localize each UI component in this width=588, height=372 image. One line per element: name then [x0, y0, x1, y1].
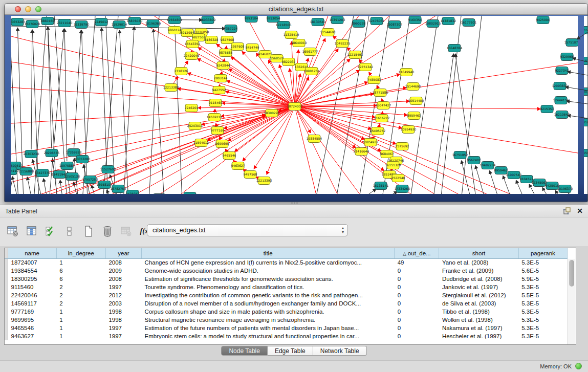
- graph-node[interactable]: [216, 140, 228, 148]
- graph-node[interactable]: [407, 83, 419, 91]
- graph-node[interactable]: [209, 99, 222, 107]
- column-header-in_degree[interactable]: in_degree: [56, 248, 105, 258]
- graph-node[interactable]: [308, 135, 320, 143]
- graph-node[interactable]: [554, 82, 566, 90]
- graph-node[interactable]: [408, 112, 420, 120]
- graph-node[interactable]: [53, 171, 66, 179]
- graph-node[interactable]: [537, 16, 549, 24]
- graph-node[interactable]: [387, 162, 399, 169]
- graph-node[interactable]: [186, 40, 199, 48]
- graph-node[interactable]: [368, 76, 380, 84]
- graph-node[interactable]: [520, 176, 533, 183]
- graph-node[interactable]: [546, 182, 558, 190]
- column-header-name[interactable]: name: [8, 248, 56, 258]
- graph-node[interactable]: [581, 149, 588, 157]
- column-visibility-icon[interactable]: [25, 224, 38, 239]
- column-header-year[interactable]: year: [105, 248, 141, 258]
- divider-grip-icon[interactable]: [290, 202, 299, 205]
- graph-node[interactable]: [231, 43, 244, 51]
- table-row[interactable]: 946554611997Estimation of the future num…: [5, 324, 568, 332]
- delete-table-icon[interactable]: [101, 224, 114, 239]
- graph-node[interactable]: [46, 149, 58, 157]
- graph-node[interactable]: [427, 20, 439, 28]
- graph-node[interactable]: [364, 139, 377, 146]
- graph-node[interactable]: [168, 16, 181, 24]
- graph-node[interactable]: [208, 114, 221, 121]
- graph-node[interactable]: [168, 27, 181, 34]
- close-panel-icon[interactable]: ✕: [577, 207, 583, 215]
- graph-node[interactable]: [244, 171, 256, 179]
- graph-node[interactable]: [259, 51, 271, 58]
- graph-node[interactable]: [246, 44, 258, 52]
- graph-node[interactable]: [245, 15, 257, 23]
- graph-node[interactable]: [58, 19, 71, 27]
- graph-node[interactable]: [66, 173, 78, 181]
- graph-node[interactable]: [214, 75, 227, 82]
- table-row[interactable]: 1938455462009Genome-wide association stu…: [5, 267, 568, 275]
- graph-node[interactable]: [312, 18, 324, 26]
- graph-node[interactable]: [205, 36, 217, 44]
- graph-node[interactable]: [102, 166, 114, 173]
- graph-node[interactable]: [221, 36, 233, 44]
- graph-node[interactable]: [84, 176, 96, 184]
- graph-node[interactable]: [396, 143, 408, 150]
- graph-node[interactable]: [468, 157, 480, 164]
- graph-node[interactable]: [185, 104, 198, 112]
- table-row[interactable]: 969969511998Structural magnetic resonanc…: [5, 316, 568, 324]
- graph-node[interactable]: [75, 21, 88, 29]
- graph-node[interactable]: [232, 162, 244, 170]
- table-scrollbar-thumb[interactable]: [569, 260, 574, 287]
- table-row[interactable]: 977716911998Corpus callosum shape and si…: [5, 308, 568, 316]
- graph-node[interactable]: [581, 88, 588, 96]
- table-settings-icon[interactable]: [6, 224, 19, 239]
- graph-node[interactable]: [463, 19, 475, 27]
- tab-edge-table[interactable]: Edge Table: [268, 346, 313, 356]
- graph-node[interactable]: [211, 127, 224, 135]
- new-table-icon[interactable]: [82, 224, 95, 239]
- graph-node[interactable]: [541, 105, 553, 113]
- graph-node[interactable]: [277, 21, 290, 29]
- graph-node[interactable]: [454, 151, 466, 159]
- select-all-rows-icon[interactable]: [44, 224, 57, 239]
- graph-node[interactable]: [26, 20, 38, 28]
- graph-node[interactable]: [128, 17, 141, 25]
- graph-node[interactable]: [225, 25, 237, 33]
- tab-network-table[interactable]: Network Table: [313, 346, 367, 356]
- tab-node-table[interactable]: Node Table: [221, 346, 268, 356]
- graph-node[interactable]: [285, 31, 297, 39]
- graph-node[interactable]: [442, 17, 454, 25]
- graph-node[interactable]: [508, 171, 520, 179]
- graph-node[interactable]: [223, 152, 235, 160]
- row-height-icon[interactable]: [63, 224, 76, 239]
- graph-node[interactable]: [482, 162, 494, 169]
- window-titlebar[interactable]: citations_edges.txt: [5, 4, 587, 15]
- graph-node[interactable]: [555, 97, 567, 104]
- column-header-short[interactable]: short: [439, 248, 518, 258]
- graph-node[interactable]: [258, 177, 270, 185]
- graph-node[interactable]: [289, 103, 301, 111]
- graph-node[interactable]: [353, 20, 365, 28]
- graph-node[interactable]: [25, 150, 37, 158]
- graph-node[interactable]: [409, 16, 421, 24]
- graph-node[interactable]: [349, 51, 361, 59]
- graph-node[interactable]: [559, 185, 571, 193]
- graph-node[interactable]: [371, 17, 383, 25]
- table-row[interactable]: 911546021997Tourette syndrome. Phenomeno…: [5, 283, 568, 291]
- import-table-icon[interactable]: [120, 224, 133, 239]
- graph-node[interactable]: [495, 167, 507, 174]
- graph-node[interactable]: [359, 63, 372, 71]
- network-canvas[interactable]: 1872400718300295193845549860124891295423…: [5, 15, 588, 202]
- graph-node[interactable]: [98, 181, 111, 189]
- graph-node[interactable]: [282, 58, 295, 66]
- graph-node[interactable]: [556, 111, 568, 119]
- graph-node[interactable]: [375, 182, 387, 190]
- graph-node[interactable]: [396, 185, 408, 193]
- table-row[interactable]: 1456911722003Disruption of a novel membe…: [5, 299, 568, 308]
- graph-node[interactable]: [5, 167, 17, 175]
- graph-node[interactable]: [355, 148, 367, 156]
- graph-node[interactable]: [41, 17, 54, 25]
- graph-node[interactable]: [376, 115, 388, 122]
- graph-node[interactable]: [271, 55, 283, 62]
- graph-node[interactable]: [202, 16, 214, 24]
- graph-node[interactable]: [377, 102, 389, 110]
